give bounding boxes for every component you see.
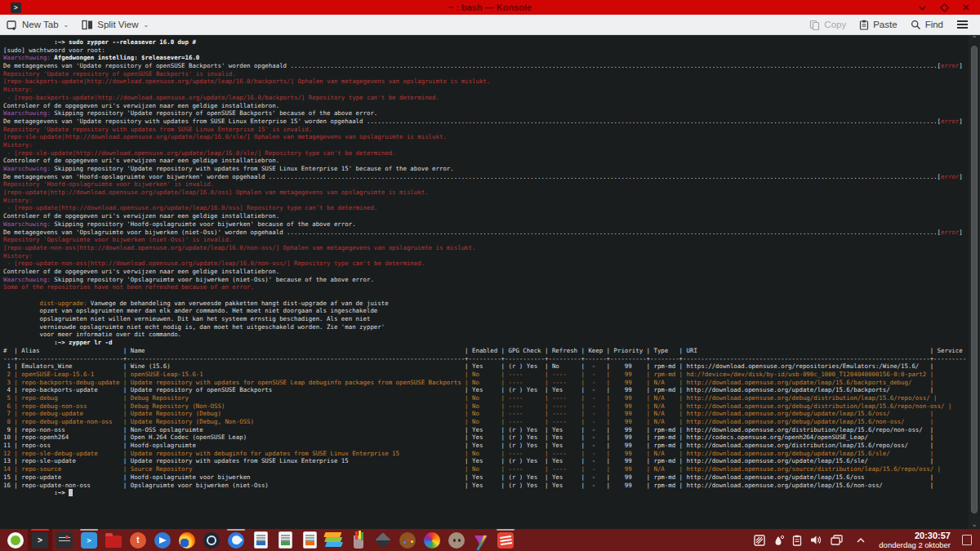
find-button[interactable]: Find (904, 20, 950, 30)
task-system-settings[interactable] (52, 529, 77, 551)
task-orange-app-icon: t (130, 532, 146, 549)
clock-date: donderdag 2 oktober (879, 540, 951, 549)
terminal-output: :~> sudo zypper --releasever 16.0 dup #[… (0, 35, 969, 529)
terminal-line: Some of the repositories have not been r… (3, 283, 969, 291)
repo-table-row: 13 | repo-sle-update | Update repository… (3, 457, 969, 465)
task-konsole-icon: > (32, 532, 48, 549)
task-art-supplies[interactable] (346, 529, 371, 551)
taskbar-panel: >>t 20:30:57 donderdag 2 oktober (0, 529, 980, 551)
hamburger-icon (956, 20, 969, 29)
repo-table-row: 9 | repo-non-oss | Non-OSS opslagruimte … (3, 426, 969, 434)
tray-windows-icon[interactable] (831, 535, 843, 545)
task-todoist[interactable] (493, 529, 518, 551)
task-indicator (497, 529, 514, 531)
terminal-line: voor meer informatie over dit commando. (3, 331, 969, 339)
window-title: ~ : bash — Konsole (0, 2, 980, 12)
search-icon (911, 20, 921, 30)
task-konsole[interactable]: > (28, 529, 52, 551)
terminal-line: :~> zypper lr -d (3, 339, 969, 347)
new-tab-chevron-icon[interactable]: ⌄ (64, 21, 69, 29)
split-view-icon (82, 20, 93, 30)
split-view-button[interactable]: Split View ⌄ (75, 15, 155, 34)
task-colorwheel-app[interactable] (420, 529, 444, 551)
task-system-settings-icon (56, 532, 73, 549)
terminal-scrollbar[interactable]: ⌃ ⌄ (969, 35, 980, 529)
terminal-line: Repository 'Update repository of openSUS… (3, 70, 969, 78)
task-libreoffice-impress-icon (303, 531, 317, 549)
repo-table-header: # | Alias | Name | Enabled | GPG Check |… (3, 347, 969, 355)
repo-table-row: 6 | repo-debug-non-oss | Debug Repositor… (3, 402, 969, 411)
terminal-line: History: (3, 86, 969, 94)
task-palette-app[interactable] (395, 529, 420, 551)
terminal-line: [repo-sle-update|http://download.opensus… (3, 133, 969, 141)
task-steam[interactable] (199, 529, 224, 551)
terminal-line: [sudo] wachtwoord voor root: (3, 47, 969, 55)
task-layers-app[interactable] (322, 529, 346, 551)
scrollbar-down-icon[interactable]: ⌄ (972, 521, 978, 529)
scrollbar-track[interactable] (971, 44, 978, 520)
paste-icon (859, 20, 869, 30)
launcher-opensuse[interactable] (3, 529, 28, 551)
task-art-supplies-icon (354, 535, 363, 549)
split-view-chevron-icon[interactable]: ⌄ (144, 21, 149, 29)
scrollbar-handle[interactable] (971, 46, 978, 513)
copy-button[interactable]: Copy (803, 20, 853, 30)
repo-table-row: 11 | repo-oss | Hoofd-opslagruimte | Yes… (3, 442, 969, 450)
task-colorwheel-app-icon (424, 532, 440, 549)
terminal-line: De metagegevens van 'Hoofd-opslagruimte … (3, 173, 969, 181)
task-file-manager[interactable] (101, 529, 126, 551)
task-diamond-app[interactable] (371, 529, 395, 551)
repo-table-row: 5 | repo-debug | Debug Repository | No |… (3, 394, 969, 402)
close-icon[interactable] (962, 3, 970, 11)
tray-color-drop-icon[interactable] (773, 535, 784, 546)
new-tab-label: New Tab (22, 20, 59, 29)
task-discover[interactable]: > (77, 529, 101, 551)
terminal-line: vernieuwde opslagruimte niet echt nodig … (3, 323, 969, 331)
terminal-line: De metagegevens van 'Opslagruimte voor b… (3, 229, 969, 237)
task-firefox[interactable] (175, 529, 199, 551)
task-palette-app-icon (399, 532, 416, 549)
task-falkon[interactable] (150, 529, 175, 551)
tray-kdeconnect-icon[interactable] (754, 535, 765, 546)
repo-table-row: 7 | repo-debug-update | Update Repositor… (3, 410, 969, 418)
task-thunderbird[interactable] (224, 529, 248, 551)
tray-clipboard-icon[interactable] (792, 535, 802, 546)
terminal-area[interactable]: :~> sudo zypper --releasever 16.0 dup #[… (0, 35, 980, 529)
paste-button[interactable]: Paste (853, 20, 903, 30)
task-gimp[interactable] (444, 529, 469, 551)
repo-table-row: 16 | repo-update-non-oss | Opslagruimte … (3, 482, 969, 490)
scrollbar-up-icon[interactable]: ⌃ (972, 35, 978, 43)
repo-table-row: 4 | repo-backports-update | Update repos… (3, 386, 969, 394)
terminal-line: History: (3, 197, 969, 205)
task-thunderbird-icon (228, 532, 244, 549)
terminal-line: Controleer of de opgegeven uri's verwijz… (3, 102, 969, 110)
task-layers-app-icon (325, 542, 343, 547)
find-label: Find (925, 20, 943, 29)
task-firefox-icon (179, 532, 195, 549)
repo-table-row: 1 | Emulators_Wine | Wine (15.6) | Yes |… (3, 362, 969, 371)
repo-table-row: 3 | repo-backports-debug-update | Update… (3, 379, 969, 387)
digital-clock[interactable]: 20:30:57 donderdag 2 oktober (879, 531, 951, 549)
repo-table-row: 14 | repo-source | Source Repository | N… (3, 465, 969, 473)
tray-expand-chevron-icon[interactable] (856, 537, 866, 544)
tray-volume-icon[interactable] (810, 535, 822, 545)
terminal-line: [repo-update-non-oss|http://download.ope… (3, 244, 969, 252)
maximize-icon[interactable] (940, 3, 949, 12)
konsole-toolbar: New Tab ⌄ Split View ⌄ Copy Paste Find (0, 15, 980, 35)
terminal-line: [repo-backports-update|http://download.o… (3, 78, 969, 86)
terminal-line: Controleer of de opgegeven uri's verwijz… (3, 212, 969, 220)
hamburger-menu-button[interactable] (950, 20, 975, 29)
task-libreoffice-writer[interactable] (248, 529, 273, 551)
new-tab-button[interactable]: New Tab ⌄ (0, 15, 75, 34)
minimize-icon[interactable] (918, 4, 927, 11)
repo-table-row: 12 | repo-sle-debug-update | Update repo… (3, 450, 969, 458)
terminal-line: :~> (3, 489, 969, 497)
task-libreoffice-impress[interactable] (297, 529, 322, 551)
task-orange-app[interactable]: t (126, 529, 150, 551)
task-libreoffice-calc[interactable] (273, 529, 297, 551)
terminal-line: opzet van opslagruimten meer dan elk and… (3, 307, 969, 315)
window-titlebar[interactable]: > ~ : bash — Konsole (0, 0, 980, 15)
task-falkon-icon (154, 532, 171, 549)
show-desktop-button[interactable] (962, 535, 972, 545)
task-artglass-app[interactable] (469, 529, 493, 551)
